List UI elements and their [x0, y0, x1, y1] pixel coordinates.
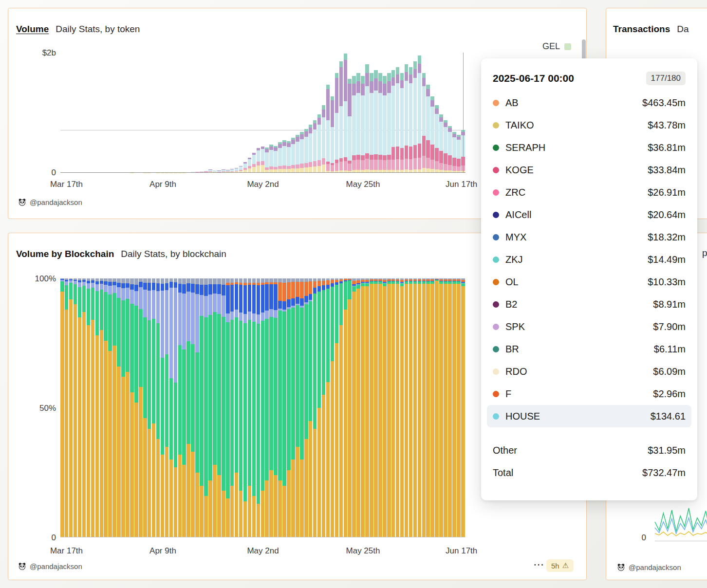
blockchain-bar[interactable]: [134, 278, 138, 537]
volume-bar[interactable]: [439, 114, 443, 173]
blockchain-bar[interactable]: [165, 278, 169, 537]
volume-bar[interactable]: [356, 73, 360, 173]
volume-bar[interactable]: [335, 73, 339, 173]
blockchain-bar[interactable]: [331, 278, 335, 537]
blockchain-bar[interactable]: [448, 278, 452, 537]
blockchain-bar[interactable]: [143, 278, 147, 537]
blockchain-bar[interactable]: [374, 278, 378, 537]
blockchain-bar[interactable]: [152, 278, 156, 537]
blockchain-bar[interactable]: [104, 278, 108, 537]
volume-bar[interactable]: [300, 132, 304, 173]
volume-bar[interactable]: [291, 138, 295, 173]
volume-bar[interactable]: [435, 105, 439, 173]
legend-scrollbar[interactable]: [582, 39, 586, 60]
blockchain-bar[interactable]: [186, 278, 190, 537]
blockchain-bar[interactable]: [182, 278, 186, 537]
blockchain-bar[interactable]: [269, 278, 273, 537]
volume-bar[interactable]: [269, 145, 273, 173]
blockchain-bar[interactable]: [426, 278, 430, 537]
blockchain-bar[interactable]: [74, 278, 77, 537]
blockchain-bar[interactable]: [95, 278, 99, 537]
volume-bar[interactable]: [387, 73, 391, 173]
volume-bar[interactable]: [243, 162, 247, 173]
blockchain-bar[interactable]: [282, 278, 286, 537]
volume-bar[interactable]: [383, 76, 387, 173]
blockchain-bar[interactable]: [121, 278, 125, 537]
blockchain-bar[interactable]: [208, 278, 212, 537]
blockchain-bar[interactable]: [78, 278, 82, 537]
volume-bar[interactable]: [365, 64, 369, 173]
blockchain-bar[interactable]: [195, 278, 199, 537]
blockchain-bar[interactable]: [60, 278, 64, 537]
volume-bar[interactable]: [261, 147, 265, 173]
blockchain-bar[interactable]: [313, 278, 317, 537]
blockchain-bar[interactable]: [422, 278, 426, 537]
blockchain-bar[interactable]: [400, 278, 404, 537]
blockchain-bar[interactable]: [304, 278, 308, 537]
bottom-right-attribution[interactable]: @pandajackson: [617, 563, 681, 571]
blockchain-bar[interactable]: [300, 278, 304, 537]
volume-bar[interactable]: [422, 73, 426, 173]
volume-bar[interactable]: [457, 135, 461, 173]
blockchain-bar[interactable]: [204, 278, 208, 537]
blockchain-panel-title[interactable]: Volume by Blockchain: [16, 249, 114, 259]
blockchain-bar[interactable]: [322, 278, 326, 537]
blockchain-bar[interactable]: [243, 278, 247, 537]
blockchain-bar[interactable]: [174, 278, 178, 537]
volume-bar[interactable]: [296, 135, 299, 173]
blockchain-bar[interactable]: [413, 278, 417, 537]
blockchain-bar[interactable]: [287, 278, 291, 537]
blockchain-bar[interactable]: [387, 278, 391, 537]
blockchain-bar[interactable]: [430, 278, 434, 537]
volume-bar[interactable]: [413, 61, 417, 173]
blockchain-bar[interactable]: [435, 278, 439, 537]
blockchain-bar[interactable]: [457, 278, 461, 537]
blockchain-attribution[interactable]: @pandajackson: [18, 562, 82, 570]
volume-bar[interactable]: [426, 85, 430, 173]
blockchain-bar[interactable]: [391, 278, 395, 537]
volume-attribution[interactable]: @pandajackson: [18, 198, 82, 206]
blockchain-bar[interactable]: [91, 278, 95, 537]
blockchain-bar[interactable]: [365, 278, 369, 537]
volume-bar[interactable]: [405, 64, 409, 173]
blockchain-bar[interactable]: [126, 278, 130, 537]
blockchain-bar[interactable]: [65, 278, 69, 537]
blockchain-bar[interactable]: [296, 278, 299, 537]
blockchain-bar[interactable]: [200, 278, 204, 537]
volume-bar[interactable]: [257, 148, 260, 173]
blockchain-bar[interactable]: [191, 278, 195, 537]
volume-bar[interactable]: [313, 120, 317, 173]
volume-bar[interactable]: [265, 147, 269, 173]
blockchain-bar[interactable]: [335, 278, 339, 537]
blockchain-bar[interactable]: [257, 278, 260, 537]
blockchain-bar[interactable]: [222, 278, 225, 537]
volume-bar[interactable]: [374, 70, 378, 173]
blockchain-bar[interactable]: [444, 278, 447, 537]
blockchain-bar[interactable]: [378, 278, 382, 537]
blockchain-bar[interactable]: [130, 278, 134, 537]
volume-bar[interactable]: [361, 76, 365, 173]
volume-bar[interactable]: [418, 55, 422, 173]
volume-bar[interactable]: [344, 54, 348, 173]
volume-bar[interactable]: [378, 73, 382, 173]
blockchain-bar[interactable]: [226, 278, 230, 537]
volume-bar[interactable]: [352, 76, 356, 173]
blockchain-bar[interactable]: [235, 278, 239, 537]
blockchain-bar[interactable]: [161, 278, 165, 537]
blockchain-bar[interactable]: [252, 278, 256, 537]
blockchain-bar[interactable]: [396, 278, 400, 537]
blockchain-bar[interactable]: [265, 278, 269, 537]
volume-bar[interactable]: [409, 67, 413, 173]
volume-bar[interactable]: [274, 146, 278, 173]
volume-bar[interactable]: [248, 158, 252, 173]
volume-bar[interactable]: [304, 129, 308, 173]
volume-bar[interactable]: [252, 153, 256, 173]
blockchain-bar[interactable]: [461, 278, 465, 537]
blockchain-bar[interactable]: [156, 278, 160, 537]
blockchain-bar[interactable]: [100, 278, 104, 537]
blockchain-bar[interactable]: [139, 278, 143, 537]
blockchain-bar[interactable]: [291, 278, 295, 537]
blockchain-bar[interactable]: [309, 278, 313, 537]
blockchain-bar[interactable]: [82, 278, 86, 537]
volume-bar[interactable]: [444, 120, 447, 173]
